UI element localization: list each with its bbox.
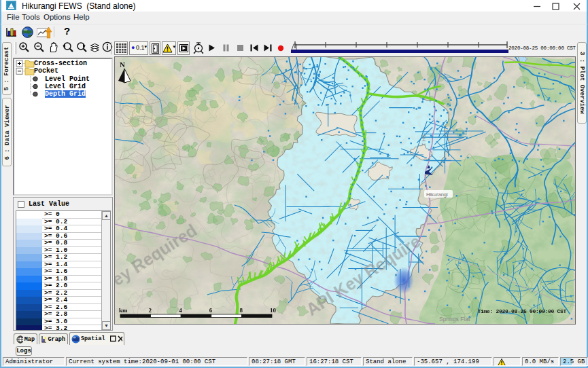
svg-text:10: 10	[270, 307, 277, 314]
svg-text:SH 1: SH 1	[421, 134, 427, 146]
svg-text:6: 6	[209, 307, 213, 314]
svg-text:km: km	[119, 307, 128, 314]
svg-text:8: 8	[239, 307, 243, 314]
svg-text:Hikurangi: Hikurangi	[426, 191, 448, 198]
svg-text:N: N	[120, 60, 125, 69]
svg-text:4: 4	[179, 307, 182, 314]
svg-text:Time: 2020-08-25 00:00:00 CST: Time: 2020-08-25 00:00:00 CST	[477, 308, 566, 314]
svg-text:2: 2	[149, 307, 152, 314]
svg-text:Springs Flat: Springs Flat	[439, 316, 470, 323]
